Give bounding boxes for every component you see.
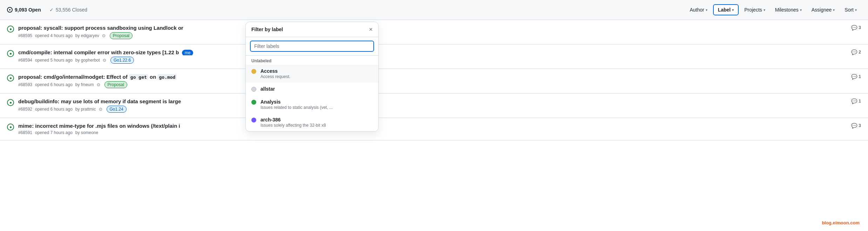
issue-comment-count: 💬 3 (844, 123, 861, 128)
label-filter-input[interactable] (250, 41, 374, 52)
issue-label-tag[interactable]: Go1.24 (107, 106, 127, 113)
label-description: Access request. (260, 74, 373, 79)
issue-by: by gopherbot (75, 58, 100, 63)
dropdown-section-label: Unlabeled (246, 56, 378, 65)
label-name: allstar (260, 86, 373, 92)
open-count-label: 9,093 Open (15, 7, 41, 13)
author-filter-button[interactable]: Author ▾ (685, 5, 711, 15)
list-item[interactable]: arch-386 Issues solely affecting the 32-… (246, 113, 378, 131)
dropdown-title: Filter by label (251, 27, 283, 32)
table-row[interactable]: debug/buildinfo: may use lots of memory … (0, 93, 868, 118)
issue-title: proposal: syscall: support process sandb… (18, 25, 250, 31)
table-row[interactable]: proposal: cmd/go/internal/modget: Effect… (0, 69, 868, 93)
label-chevron-icon: ▾ (732, 8, 734, 12)
dropdown-item-text: Access Access request. (260, 68, 373, 79)
issue-label-tag[interactable]: Go1.22.6 (110, 57, 134, 64)
issue-title: mime: incorrect mime-type for .mjs files… (18, 123, 250, 129)
pipe-icon: ⊙ (99, 107, 102, 112)
table-row[interactable]: mime: incorrect mime-type for .mjs files… (0, 118, 868, 140)
list-item[interactable]: allstar (246, 83, 378, 96)
issue-label-tag[interactable]: Proposal (110, 32, 133, 39)
issue-open-dot (10, 77, 12, 79)
issue-by: by fmeum (75, 82, 94, 87)
closed-count[interactable]: ✓ 53,556 Closed (49, 7, 87, 13)
issue-comment-count: 💬 3 (844, 25, 861, 30)
issue-opened: opened 7 hours ago (35, 130, 73, 135)
comment-icon: 💬 (851, 25, 857, 30)
issue-open-dot (10, 28, 12, 30)
issue-title: cmd/compile: internal compiler error wit… (18, 49, 250, 55)
milestones-filter-button[interactable]: Milestones ▾ (771, 5, 806, 15)
issue-opened: opened 5 hours ago (35, 58, 73, 63)
issue-content: debug/buildinfo: may use lots of memory … (18, 98, 844, 113)
issue-open-dot (10, 53, 12, 55)
issue-label-tag[interactable]: Proposal (104, 81, 127, 88)
issue-open-dot (10, 102, 12, 104)
issue-meta: #68593 opened 6 hours ago by fmeum ⊙ Pro… (18, 81, 844, 88)
issue-meta: #68594 opened 5 hours ago by gopherbot ⊙… (18, 57, 844, 64)
issue-opened: opened 6 hours ago (35, 82, 73, 87)
filter-buttons: Author ▾ Label ▾ Projects ▾ Milestones ▾… (685, 4, 861, 15)
issue-comment-count: 💬 2 (844, 49, 861, 55)
open-circle-icon (7, 7, 13, 13)
label-color-dot (251, 118, 256, 122)
blue-badge: me (182, 50, 194, 55)
issue-by: by edigaryev (75, 33, 99, 38)
issue-by: by someone (75, 130, 98, 135)
list-item[interactable]: Access Access request. (246, 65, 378, 83)
label-filter-button[interactable]: Label ▾ (713, 4, 739, 15)
comment-count-value: 1 (859, 74, 861, 79)
label-color-dot (251, 69, 256, 74)
open-circle-dot (9, 9, 11, 10)
author-chevron-icon: ▾ (706, 8, 707, 12)
author-filter-label: Author (690, 7, 704, 13)
sort-chevron-icon: ▾ (855, 8, 857, 12)
assignee-filter-label: Assignee (812, 7, 832, 13)
milestones-chevron-icon: ▾ (800, 8, 802, 12)
issue-id: #68591 (18, 130, 32, 135)
issue-open-icon (7, 99, 14, 106)
label-name: Analysis (260, 99, 373, 105)
dropdown-close-button[interactable]: × (369, 26, 373, 33)
mono-text-2: go.mod (157, 74, 177, 80)
sort-filter-button[interactable]: Sort ▾ (840, 5, 861, 15)
sort-filter-label: Sort (845, 7, 854, 13)
mono-text-1: go get (129, 74, 148, 80)
issue-content: cmd/compile: internal compiler error wit… (18, 49, 844, 64)
comment-icon: 💬 (851, 98, 857, 104)
issue-id: #68594 (18, 58, 32, 63)
comment-count-value: 3 (859, 25, 861, 30)
issue-meta: #68592 opened 6 hours ago by prattmic ⊙ … (18, 106, 844, 113)
dropdown-header: Filter by label × (246, 22, 378, 37)
milestones-filter-label: Milestones (775, 7, 799, 13)
issue-content: proposal: cmd/go/internal/modget: Effect… (18, 74, 844, 88)
dropdown-item-text: allstar (260, 86, 373, 92)
issue-title: proposal: cmd/go/internal/modget: Effect… (18, 74, 250, 80)
list-item[interactable]: Analysis Issues related to static analys… (246, 96, 378, 113)
table-row[interactable]: cmd/compile: internal compiler error wit… (0, 44, 868, 69)
dropdown-item-text: arch-386 Issues solely affecting the 32-… (260, 117, 373, 128)
open-count[interactable]: 9,093 Open (7, 7, 41, 13)
issue-open-dot (10, 126, 12, 128)
label-name: Access (260, 68, 373, 74)
dropdown-item-text: Analysis Issues related to static analys… (260, 99, 373, 110)
issue-opened: opened 6 hours ago (35, 107, 73, 112)
issue-id: #68592 (18, 107, 32, 112)
issue-id: #68593 (18, 82, 32, 87)
table-row[interactable]: proposal: syscall: support process sandb… (0, 20, 868, 44)
pipe-icon: ⊙ (102, 33, 106, 38)
issue-title: debug/buildinfo: may use lots of memory … (18, 98, 250, 104)
projects-filter-button[interactable]: Projects ▾ (740, 5, 769, 15)
check-icon: ✓ (49, 7, 54, 13)
issue-content: proposal: syscall: support process sandb… (18, 25, 844, 39)
issue-comment-count: 💬 1 (844, 98, 861, 104)
label-filter-label: Label (718, 7, 731, 13)
issue-content: mime: incorrect mime-type for .mjs files… (18, 123, 844, 135)
pipe-icon: ⊙ (103, 58, 106, 63)
assignee-filter-button[interactable]: Assignee ▾ (807, 5, 839, 15)
issues-list: proposal: syscall: support process sandb… (0, 20, 868, 140)
issue-title-text: cmd/compile: internal compiler error wit… (18, 49, 179, 55)
comment-count-value: 1 (859, 99, 861, 104)
issue-meta: #68591 opened 7 hours ago by someone (18, 130, 844, 135)
label-dropdown: Filter by label × Unlabeled Access Acces… (245, 22, 379, 132)
